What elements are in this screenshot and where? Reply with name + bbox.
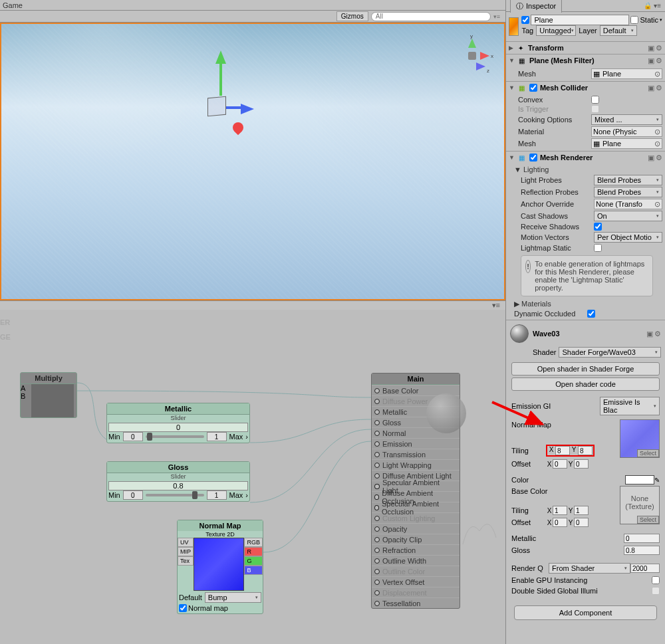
lighting-foldout[interactable]: ▼ Lighting bbox=[511, 165, 662, 174]
open-shadercode-button[interactable]: Open shader code bbox=[511, 377, 660, 391]
offset-x-field[interactable] bbox=[553, 459, 567, 469]
add-component-button[interactable]: Add Component bbox=[514, 605, 657, 620]
renderqueue-field[interactable] bbox=[630, 564, 660, 573]
port-g[interactable]: G bbox=[244, 556, 263, 566]
main-port[interactable]: Opacity bbox=[372, 523, 460, 534]
fold-icon[interactable]: ▼ bbox=[509, 154, 515, 161]
gloss-field[interactable] bbox=[624, 546, 660, 555]
motionvectors-dropdown[interactable]: Per Object Motio▾ bbox=[594, 232, 662, 243]
default-dropdown[interactable]: Bump▾ bbox=[205, 592, 261, 603]
bc-tiling-x-field[interactable] bbox=[553, 506, 567, 515]
max-field[interactable] bbox=[207, 490, 227, 500]
fold-icon[interactable]: ▼ bbox=[509, 84, 515, 91]
select-button[interactable]: Select bbox=[637, 516, 659, 524]
component-enabled-checkbox[interactable] bbox=[529, 154, 537, 161]
inspector-tab[interactable]: ⓘ Inspector bbox=[510, 0, 562, 13]
help-icon[interactable]: ▣ bbox=[646, 330, 653, 338]
slider-value[interactable]: 0.8 bbox=[108, 481, 248, 490]
layer-dropdown[interactable]: Default▾ bbox=[600, 25, 637, 36]
main-port[interactable]: Light Wrapping bbox=[372, 459, 460, 470]
gear-icon[interactable]: ⚙ bbox=[656, 84, 662, 92]
normalmap-checkbox[interactable] bbox=[179, 604, 187, 612]
main-port[interactable]: Refraction bbox=[372, 544, 460, 555]
shader-dropdown[interactable]: Shader Forge/Wave03▾ bbox=[559, 347, 661, 358]
cooking-dropdown[interactable]: Mixed ...▾ bbox=[591, 114, 662, 125]
collider-mesh-field[interactable]: ▦Plane⊙ bbox=[591, 138, 662, 149]
main-port[interactable]: Outline Color bbox=[372, 566, 460, 576]
emissiongi-dropdown[interactable]: Emissive Is Blac▾ bbox=[600, 397, 660, 415]
min-field[interactable] bbox=[123, 490, 143, 500]
fold-icon[interactable]: ▶ bbox=[509, 45, 513, 51]
materials-foldout[interactable]: ▶ Materials bbox=[511, 299, 662, 309]
eyedropper-icon[interactable]: ✎ bbox=[654, 477, 660, 484]
port-rgb[interactable]: RGB bbox=[244, 538, 263, 547]
tiling-x-field[interactable] bbox=[555, 446, 570, 455]
dynocc-checkbox[interactable] bbox=[587, 310, 595, 318]
bc-tiling-y-field[interactable] bbox=[574, 506, 589, 515]
main-port[interactable]: Outline Width bbox=[372, 555, 460, 566]
bc-offset-y-field[interactable] bbox=[574, 518, 589, 527]
reflprobes-dropdown[interactable]: Blend Probes▾ bbox=[594, 187, 662, 197]
max-field[interactable] bbox=[207, 432, 227, 441]
physmaterial-field[interactable]: None (Physic⊙ bbox=[591, 126, 662, 137]
gear-icon[interactable]: ⚙ bbox=[656, 44, 662, 53]
tag-dropdown[interactable]: Untagged▾ bbox=[536, 25, 576, 36]
renderqueue-dropdown[interactable]: From Shader▾ bbox=[549, 563, 630, 574]
viewport-search-input[interactable] bbox=[371, 12, 491, 21]
main-port[interactable]: Transmission bbox=[372, 449, 460, 459]
color-swatch[interactable] bbox=[625, 475, 654, 484]
orientation-gizmo[interactable]: y x z bbox=[454, 37, 491, 74]
port-uv[interactable]: UV bbox=[178, 538, 194, 547]
offset-y-field[interactable] bbox=[574, 459, 589, 469]
lightmapstatic-checkbox[interactable] bbox=[594, 244, 602, 252]
gear-icon[interactable]: ⚙ bbox=[654, 330, 661, 338]
panel-menu-icon[interactable]: ▾≡ bbox=[493, 13, 500, 20]
metallic-field[interactable] bbox=[624, 534, 660, 543]
gizmos-button[interactable]: Gizmos bbox=[336, 11, 368, 21]
node-editor-canvas[interactable]: ERGE Multiply AB Metallic bbox=[0, 310, 505, 644]
lock-icon[interactable]: 🔒 ▾≡ bbox=[644, 2, 661, 9]
convex-checkbox[interactable] bbox=[591, 96, 599, 104]
slider-value[interactable]: 0 bbox=[108, 423, 248, 432]
node-multiply[interactable]: Multiply AB bbox=[20, 372, 77, 418]
port-tex[interactable]: Tex bbox=[178, 556, 194, 566]
component-enabled-checkbox[interactable] bbox=[529, 84, 537, 92]
main-port[interactable]: Displacement bbox=[372, 587, 460, 597]
mesh-field[interactable]: ▦Plane⊙ bbox=[591, 68, 662, 79]
lightprobes-dropdown[interactable]: Blend Probes▾ bbox=[594, 175, 662, 185]
main-port[interactable]: Tessellation bbox=[372, 597, 460, 608]
gameobject-icon[interactable] bbox=[509, 17, 519, 36]
active-checkbox[interactable] bbox=[521, 16, 529, 24]
main-port[interactable]: Vertex Offset bbox=[372, 576, 460, 587]
slider-track[interactable] bbox=[146, 494, 204, 496]
port-r[interactable]: R bbox=[244, 547, 263, 556]
bc-offset-x-field[interactable] bbox=[553, 518, 567, 527]
node-gloss[interactable]: Gloss Slider 0.8 Min Max› bbox=[106, 461, 250, 502]
node-metallic[interactable]: Metallic Slider 0 Min Max› bbox=[106, 403, 250, 443]
port-mip[interactable]: MIP bbox=[178, 547, 194, 556]
help-icon[interactable]: ▣ bbox=[648, 84, 654, 92]
static-checkbox[interactable] bbox=[630, 16, 638, 24]
main-port[interactable]: Specular Ambient Occlusion bbox=[372, 502, 460, 512]
material-preview-icon[interactable] bbox=[510, 324, 529, 343]
node-normal-map[interactable]: Normal Map Texture 2D UV MIP Tex RGB R G… bbox=[177, 520, 263, 614]
scene-viewport[interactable]: y x z bbox=[0, 23, 505, 300]
gear-icon[interactable]: ⚙ bbox=[656, 56, 662, 65]
fold-icon[interactable]: ▼ bbox=[509, 57, 515, 64]
castshadows-dropdown[interactable]: On▾ bbox=[594, 211, 662, 221]
select-button[interactable]: Select bbox=[637, 449, 659, 457]
anchor-field[interactable]: None (Transfo⊙ bbox=[594, 199, 662, 209]
help-icon[interactable]: ▣ bbox=[648, 56, 654, 65]
min-field[interactable] bbox=[123, 432, 143, 441]
panel-menu-icon[interactable]: ▾≡ bbox=[492, 301, 500, 310]
receiveshadows-checkbox[interactable] bbox=[594, 223, 602, 231]
main-port[interactable]: Opacity Clip bbox=[372, 534, 460, 544]
help-icon[interactable]: ▣ bbox=[648, 44, 654, 53]
gpuinstancing-checkbox[interactable] bbox=[652, 576, 660, 584]
help-icon[interactable]: ▣ bbox=[648, 154, 654, 162]
normalmap-texture-slot[interactable]: Select bbox=[620, 419, 660, 458]
main-port[interactable]: Emission bbox=[372, 438, 460, 449]
basecolor-texture-slot[interactable]: None (Texture) Select bbox=[620, 486, 660, 524]
node-main[interactable]: Main Base ColorDiffuse PowerMetallicGlos… bbox=[371, 373, 460, 609]
object-name-field[interactable] bbox=[531, 15, 629, 25]
